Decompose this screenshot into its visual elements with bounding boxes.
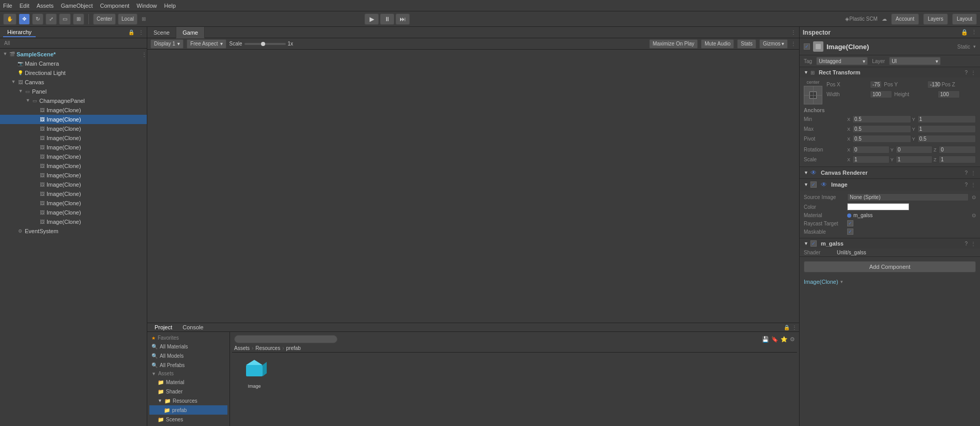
rect-transform-header[interactable]: ▼ ⊞ Rect Transform ? ⋮ — [800, 67, 980, 78]
maximize-btn[interactable]: Maximize On Play — [649, 39, 698, 49]
plastic-scm-label[interactable]: ◈Plastic SCM — [845, 16, 877, 22]
tree-item-samplescene[interactable]: ▼ 🎬 SampleScene* ⋮ — [0, 50, 147, 59]
menu-edit[interactable]: Edit — [20, 3, 29, 9]
tree-item-imageclone-4[interactable]: 🖼 Image(Clone) — [0, 133, 147, 143]
mgalss-help[interactable]: ? — [964, 241, 968, 247]
anchor-box[interactable] — [804, 86, 822, 104]
all-prefabs-item[interactable]: 🔍 All Prefabs — [149, 360, 227, 370]
scale-slider-thumb[interactable] — [261, 42, 265, 46]
mute-btn[interactable]: Mute Audio — [701, 39, 734, 49]
rect-help-icon[interactable]: ? — [964, 70, 968, 75]
canvas-renderer-header[interactable]: ▼ 👁 Canvas Renderer ? ⋮ — [800, 167, 980, 178]
tool-transform[interactable]: ⊞ — [73, 13, 84, 25]
tree-item-imageclone-11[interactable]: 🖼 Image(Clone) — [0, 199, 147, 208]
menu-window[interactable]: Window — [136, 3, 157, 9]
material-folder[interactable]: 📁 Material — [149, 377, 227, 387]
tool-rotate[interactable]: ↻ — [32, 13, 43, 25]
image-enabled-checkbox[interactable] — [810, 181, 817, 188]
layers-dropdown[interactable]: Layers — [923, 13, 948, 25]
width-value[interactable]: 100 — [870, 90, 892, 98]
account-dropdown[interactable]: Account — [891, 13, 919, 25]
tree-item-directionallight[interactable]: 💡 Directional Light — [0, 68, 147, 78]
rot-y-val[interactable]: 0 — [896, 146, 933, 154]
tree-item-imageclone-5[interactable]: 🖼 Image(Clone) — [0, 143, 147, 152]
scale-slider-track[interactable] — [244, 43, 286, 45]
tab-scene[interactable]: Scene — [147, 27, 176, 38]
resources-folder[interactable]: ▼ 📁 Resources — [149, 396, 227, 405]
tree-item-imageclone-13[interactable]: 🖼 Image(Clone) — [0, 217, 147, 226]
rot-x-val[interactable]: 0 — [852, 146, 890, 154]
image-menu[interactable]: ⋮ — [971, 182, 976, 188]
menu-component[interactable]: Component — [100, 3, 129, 9]
tree-item-imageclone-2[interactable]: 🖼 Image(Clone) — [0, 115, 147, 124]
raycast-checkbox[interactable] — [847, 220, 853, 226]
pivot-y-val[interactable]: 0.5 — [917, 135, 976, 143]
image-help[interactable]: ? — [964, 182, 968, 188]
breadcrumb-resources[interactable]: Resources — [255, 345, 280, 351]
tool-hand[interactable]: ✋ — [3, 13, 17, 25]
layer-dropdown[interactable]: UI ▾ — [889, 57, 941, 65]
tree-item-champagnepanel[interactable]: ▼ ▭ ChampagnePanel — [0, 96, 147, 105]
breadcrumb-assets[interactable]: Assets — [234, 345, 250, 351]
tree-item-maincamera[interactable]: 📷 Main Camera — [0, 59, 147, 68]
all-materials-item[interactable]: 🔍 All Materials — [149, 342, 227, 351]
hierarchy-menu-icon[interactable]: ⋮ — [139, 29, 144, 35]
tree-item-imageclone-3[interactable]: 🖼 Image(Clone) — [0, 124, 147, 133]
view-menu-icon[interactable]: ⋮ — [791, 41, 796, 47]
pause-button[interactable]: ⏸ — [380, 13, 394, 25]
project-search-input[interactable] — [234, 335, 338, 343]
tree-item-eventsystem[interactable]: ⚙ EventSystem — [0, 226, 147, 236]
canvas-renderer-help[interactable]: ? — [964, 170, 968, 176]
tree-item-imageclone-7[interactable]: 🖼 Image(Clone) — [0, 161, 147, 171]
stats-btn[interactable]: Stats — [737, 39, 756, 49]
scale-z-val[interactable]: 1 — [939, 156, 976, 163]
menu-gameobject[interactable]: GameObject — [61, 3, 93, 9]
tree-item-imageclone-10[interactable]: 🖼 Image(Clone) — [0, 189, 147, 199]
tree-item-imageclone-1[interactable]: 🖼 Image(Clone) — [0, 105, 147, 115]
anchor-min-y-val[interactable]: 1 — [917, 115, 976, 123]
gizmos-btn[interactable]: Gizmos ▾ — [759, 39, 788, 49]
tree-item-panel[interactable]: ▼ ▭ Panel — [0, 87, 147, 96]
rot-z-val[interactable]: 0 — [939, 146, 976, 154]
object-enabled-checkbox[interactable] — [804, 43, 810, 50]
image-component-header[interactable]: ▼ 👁 Image ? ⋮ — [800, 179, 980, 190]
inspector-lock-icon[interactable]: 🔒 — [961, 29, 968, 36]
posy-value[interactable]: -130 — [927, 81, 939, 88]
inspector-menu-icon[interactable]: ⋮ — [971, 29, 977, 36]
center-button[interactable]: Center — [93, 13, 116, 25]
source-image-value[interactable]: None (Sprite) — [847, 193, 969, 201]
menu-assets[interactable]: Assets — [37, 3, 54, 9]
canvas-renderer-menu[interactable]: ⋮ — [971, 170, 976, 176]
shader-folder[interactable]: 📁 Shader — [149, 387, 227, 396]
mgalss-enabled-checkbox[interactable] — [810, 240, 817, 247]
mgalss-menu[interactable]: ⋮ — [971, 241, 976, 247]
asset-image-prefab[interactable]: Image — [236, 357, 272, 389]
hierarchy-content[interactable]: ▼ 🎬 SampleScene* ⋮ 📷 Main Camera 💡 Direc… — [0, 49, 147, 426]
scale-x-val[interactable]: 1 — [852, 156, 890, 163]
tree-item-imageclone-8[interactable]: 🖼 Image(Clone) — [0, 171, 147, 180]
mgalss-header[interactable]: ▼ m_galss ? ⋮ — [800, 238, 980, 249]
tab-game[interactable]: Game — [176, 27, 205, 38]
anchor-min-x-val[interactable]: 0.5 — [852, 115, 911, 123]
hierarchy-tab[interactable]: Hierarchy — [3, 28, 36, 37]
tree-item-imageclone-12[interactable]: 🖼 Image(Clone) — [0, 208, 147, 217]
tool-rect[interactable]: ▭ — [59, 13, 71, 25]
source-image-select-icon[interactable]: ⊙ — [972, 194, 976, 200]
script-folder[interactable]: 📁 Script — [149, 424, 227, 426]
anchor-max-y-val[interactable]: 1 — [917, 125, 976, 133]
tag-dropdown[interactable]: Untagged ▾ — [816, 57, 868, 65]
add-component-button[interactable]: Add Component — [804, 261, 976, 272]
maskable-checkbox[interactable] — [847, 229, 853, 235]
play-button[interactable]: ▶ — [364, 13, 379, 25]
scale-y-val[interactable]: 1 — [896, 156, 933, 163]
height-value[interactable]: 100 — [938, 90, 960, 98]
prefab-folder[interactable]: 📁 prefab — [149, 405, 227, 415]
image-clone-dropdown[interactable]: ▾ — [840, 279, 843, 284]
tool-move[interactable]: ✥ — [19, 13, 30, 25]
tab-console[interactable]: Console — [177, 323, 208, 331]
tool-scale[interactable]: ⤢ — [45, 13, 57, 25]
local-button[interactable]: Local — [118, 13, 137, 25]
menu-file[interactable]: File — [3, 3, 12, 9]
tree-item-imageclone-9[interactable]: 🖼 Image(Clone) — [0, 180, 147, 189]
tree-item-imageclone-6[interactable]: 🖼 Image(Clone) — [0, 152, 147, 161]
